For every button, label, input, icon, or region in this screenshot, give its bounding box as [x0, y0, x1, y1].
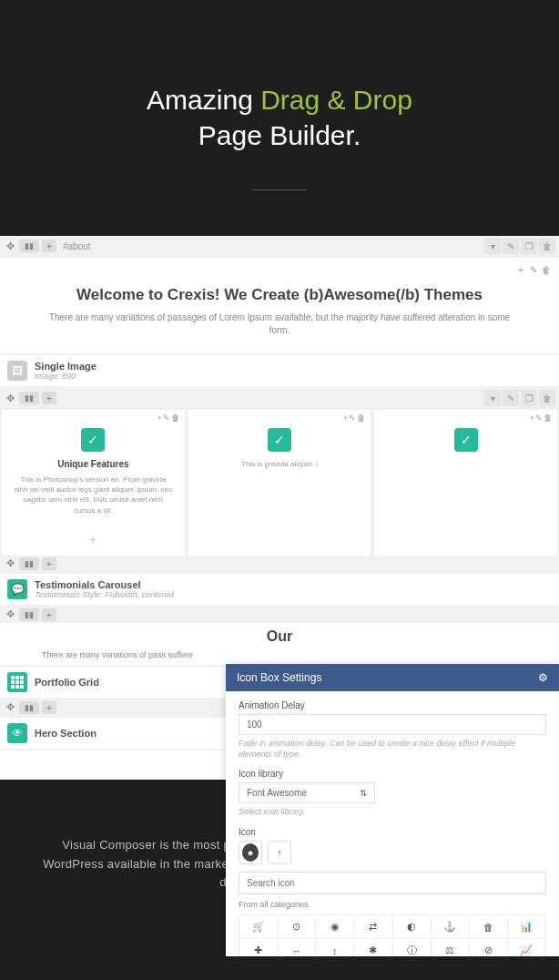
icon-library-select[interactable]: Font Awesome ⇅ — [239, 782, 375, 803]
select-caret-icon: ⇅ — [360, 788, 367, 798]
edit-icon[interactable]: ✎ — [349, 413, 356, 423]
add-icon[interactable]: + — [157, 413, 161, 423]
element-meta: Testimonials Style: Fullwidth, centered — [35, 590, 174, 599]
hero-accent: Drag & Drop — [260, 85, 412, 115]
add-icon[interactable]: + — [530, 413, 534, 423]
add-icon[interactable]: + — [343, 413, 348, 423]
icon-option[interactable]: ✚ — [239, 939, 278, 956]
icon-option[interactable]: 📊 — [508, 915, 546, 939]
check-badge-icon: ✓ — [81, 428, 105, 452]
move-icon[interactable]: ✥ — [4, 701, 16, 714]
element-label: Hero Section — [35, 728, 97, 739]
clone-icon[interactable]: ❐ — [521, 238, 537, 254]
columns-button[interactable]: ▮▮ — [19, 392, 39, 404]
element-label: Testimonials Carousel — [35, 579, 174, 590]
dropdown-icon[interactable]: ▾ — [484, 390, 501, 406]
columns-button[interactable]: ▮▮ — [19, 608, 39, 621]
edit-icon[interactable]: ✎ — [163, 413, 170, 423]
columns-button[interactable]: ▮▮ — [19, 240, 39, 252]
move-icon[interactable]: ✥ — [4, 557, 16, 570]
modal-title: Icon Box Settings — [237, 671, 321, 684]
icon-library-help: Select icon library. — [239, 807, 546, 818]
our-block: Our There are many variations of pass su… — [0, 623, 559, 665]
icon-option[interactable]: ⊙ — [278, 915, 316, 939]
hero-heading: Amazing Drag & Drop Page Builder. — [18, 82, 541, 153]
clone-icon[interactable]: ❐ — [521, 390, 537, 406]
icon-option[interactable]: ◐ — [393, 915, 432, 939]
feature-col-3[interactable]: +✎🗑 ✓ — [374, 410, 557, 556]
welcome-title: Welcome to Crexis! We Create (b)Awesome(… — [7, 286, 552, 304]
delete-icon[interactable]: 🗑 — [541, 265, 552, 275]
divider — [252, 189, 307, 190]
edit-icon[interactable]: ✎ — [535, 413, 543, 423]
edit-icon[interactable]: ✎ — [503, 238, 519, 254]
element-single-image[interactable]: 🖼 Single Image Image: 890 — [0, 355, 559, 386]
dropdown-icon[interactable]: ▾ — [484, 238, 501, 254]
our-title: Our — [5, 628, 554, 645]
element-actions: + ✎ 🗑 — [7, 265, 552, 275]
element-testimonials[interactable]: 💬 Testimonials Carousel Testimonials Sty… — [0, 574, 559, 605]
move-icon[interactable]: ✥ — [4, 608, 16, 621]
edit-icon[interactable]: ✎ — [528, 265, 539, 275]
icon-option[interactable]: 🗑 — [470, 915, 508, 939]
row-header-about: ✥ ▮▮ + #about ▾ ✎ ❐ 🗑 — [0, 236, 559, 256]
feature-col-2[interactable]: +✎🗑 ✓ This is gravida aliquet. i — [188, 410, 371, 556]
feature-desc-truncated: This is gravida aliquet. i — [199, 459, 361, 469]
animation-delay-input[interactable] — [239, 714, 546, 735]
delete-icon[interactable]: 🗑 — [539, 238, 555, 254]
element-meta: Image: 890 — [35, 372, 97, 381]
move-icon[interactable]: ✥ — [4, 240, 16, 252]
add-element-button[interactable]: + — [7, 528, 179, 550]
delete-icon[interactable]: 🗑 — [357, 413, 365, 423]
add-column-button[interactable]: + — [42, 557, 56, 570]
icon-option[interactable]: ⚖ — [432, 939, 470, 956]
columns-button[interactable]: ▮▮ — [19, 701, 39, 714]
icon-option[interactable]: ↕ — [316, 939, 354, 956]
delete-icon[interactable]: 🗑 — [171, 413, 179, 423]
hero-suffix: Page Builder. — [198, 120, 361, 150]
add-column-button[interactable]: + — [42, 240, 56, 252]
row-header-testimonials: ✥ ▮▮ + — [0, 556, 559, 572]
move-icon[interactable]: ✥ — [4, 392, 16, 404]
animation-delay-label: Animation Delay — [239, 700, 546, 710]
icon-library-label: Icon library — [239, 769, 546, 779]
row-id-label: #about — [63, 241, 91, 251]
add-icon[interactable]: + — [515, 265, 526, 275]
upload-icon-button[interactable]: ↑ — [268, 841, 291, 864]
chat-icon: 💬 — [7, 579, 27, 599]
selected-icon-preview[interactable]: ● — [239, 841, 262, 864]
icon-option[interactable]: ⊘ — [470, 939, 508, 956]
welcome-subtitle: There are many variations of passages of… — [7, 311, 552, 337]
row-header-features: ✥ ▮▮ + ▾ ✎ ❐ 🗑 — [0, 388, 559, 408]
icon-option[interactable]: ↔ — [278, 939, 316, 956]
icon-option[interactable]: 📈 — [508, 939, 546, 956]
add-column-button[interactable]: + — [42, 701, 56, 714]
gear-icon[interactable]: ⚙ — [538, 671, 548, 684]
modal-header[interactable]: Icon Box Settings ⚙ — [226, 664, 559, 691]
image-thumbnail-icon: 🖼 — [7, 361, 27, 381]
element-label: Single Image — [35, 361, 97, 372]
hero-prefix: Amazing — [147, 85, 260, 115]
search-icon-input[interactable] — [239, 872, 546, 894]
icon-option[interactable]: ⇄ — [354, 915, 392, 939]
icon-option[interactable]: ⚓ — [432, 915, 470, 939]
our-subtitle: There are many variations of pass suffer… — [5, 650, 554, 659]
feature-title: Unique Features — [13, 459, 174, 469]
feature-col-1[interactable]: +✎🗑 ✓ Unique Features This is Photoshop'… — [2, 410, 185, 556]
check-badge-icon: ✓ — [454, 428, 478, 452]
icon-option[interactable]: ◉ — [316, 915, 354, 939]
icon-option[interactable]: ✱ — [354, 939, 392, 956]
feature-desc: This is Photoshop's version an. Proin gr… — [13, 475, 174, 516]
icon-option[interactable]: ⓘ — [393, 939, 432, 956]
icon-option[interactable]: 🛒 — [239, 915, 278, 939]
icon-picker-grid: 🛒⊙◉⇄◐⚓🗑📊✚↔↕✱ⓘ⚖⊘📈▮▮▮≡⊂⊃⊂⊃🔋🔋🔋🛏 — [239, 914, 546, 956]
delete-icon[interactable]: 🗑 — [544, 413, 552, 423]
columns-button[interactable]: ▮▮ — [19, 557, 39, 570]
select-value: Font Awesome — [247, 788, 307, 798]
delete-icon[interactable]: 🗑 — [539, 390, 555, 406]
add-column-button[interactable]: + — [42, 608, 56, 621]
edit-icon[interactable]: ✎ — [503, 390, 519, 406]
add-column-button[interactable]: + — [42, 392, 56, 404]
element-label: Portfolio Grid — [35, 677, 99, 688]
hero-title-section: Amazing Drag & Drop Page Builder. — [0, 0, 559, 236]
